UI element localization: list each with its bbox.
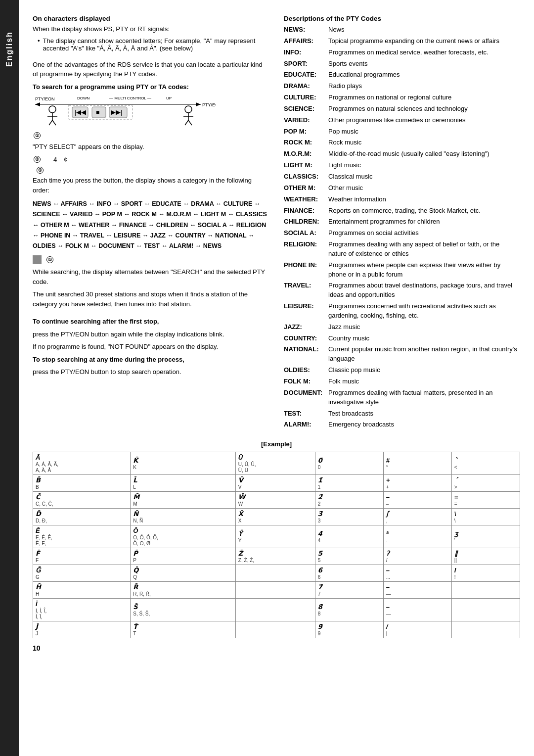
- char-cell: ‖||: [451, 548, 520, 565]
- pty-desc: Programmes on national or regional cultu…: [328, 92, 520, 103]
- char-cell: –—: [383, 599, 451, 621]
- char-cell: 8̄8: [315, 599, 383, 621]
- svg-point-15: [49, 106, 56, 113]
- main-content: On characters displayed When the display…: [19, 0, 534, 756]
- char-cell: 0̄0: [315, 452, 383, 475]
- char-cell: C̄C, Ć, Č,: [33, 492, 131, 509]
- char-table-row: C̄C, Ć, Č,M̄MW̄W2̄2––==: [33, 492, 520, 509]
- page-number: 10: [33, 644, 41, 652]
- svg-point-20: [185, 106, 192, 113]
- char-table-row: B̄BL̄LV̄V1̄1++ˊ>: [33, 475, 520, 492]
- pty-code-row: NATIONAL:Current popular music from anot…: [284, 344, 520, 365]
- pty-desc: Rock music: [328, 137, 520, 148]
- pty-code-row: INFO:Programmes on medical service, weat…: [284, 47, 520, 58]
- step3-para1: While searching, the display alternates …: [33, 267, 269, 286]
- search-heading: To search for a programme using PTY or T…: [33, 82, 269, 92]
- char-cell: K̄K: [131, 452, 236, 475]
- pty-code: DRAMA:: [284, 81, 328, 92]
- step2-num: 4: [53, 156, 57, 163]
- not-found-text: If no programme is found, "NOT FOUND" ap…: [33, 342, 269, 352]
- pty-desc: Programmes dealing with factual matters,…: [328, 387, 520, 408]
- characters-bullet: • The display cannot show accented lette…: [38, 37, 269, 52]
- char-cell: [451, 582, 520, 599]
- pty-code-row: DOCUMENT:Programmes dealing with factual…: [284, 387, 520, 408]
- pty-code: NEWS:: [284, 24, 328, 36]
- char-cell: X̄X: [235, 509, 315, 525]
- char-cell: [235, 621, 315, 638]
- step2-subnote: ①: [36, 166, 269, 174]
- pty-desc: Reports on commerce, trading, the Stock …: [328, 205, 520, 217]
- pty-desc: News: [328, 24, 520, 36]
- svg-text:UP: UP: [166, 96, 172, 100]
- pty-desc: Pop music: [328, 126, 520, 138]
- char-cell: ʃ,: [383, 509, 451, 525]
- char-cell: /|: [383, 621, 451, 638]
- gray-box-icon: [33, 255, 42, 264]
- pty-code-row: OTHER M:Other music: [284, 183, 520, 194]
- pty-code-row: ROCK M:Rock music: [284, 137, 520, 148]
- char-cell: 4̄4: [315, 525, 383, 548]
- pty-code: ROCK M:: [284, 137, 328, 148]
- char-cell: ʒ': [451, 525, 520, 548]
- char-cell: P̄P: [131, 548, 236, 565]
- sidebar: English: [0, 0, 19, 756]
- svg-line-23: [185, 120, 188, 125]
- char-cell: –—: [383, 582, 451, 599]
- pty-code: AFFAIRS:: [284, 36, 328, 47]
- svg-text:▶▶|: ▶▶|: [111, 108, 122, 116]
- continue-text: press the PTY/EON button again while the…: [33, 330, 269, 339]
- pty-code: EDUCATE:: [284, 69, 328, 81]
- char-table-row: ĪI, Í, Î,Ì, Ï,S̄S, Ś, Š,8̄8–—: [33, 599, 520, 621]
- pty-code-row: LIGHT M:Light music: [284, 160, 520, 171]
- char-cell: ḠG: [33, 565, 131, 582]
- pty-code-row: SPORT:Sports events: [284, 58, 520, 70]
- pty-code: SPORT:: [284, 58, 328, 70]
- diagram-area: PTY/EON PTY/EON DOWN — MULTI CONTROL —: [33, 94, 269, 128]
- char-cell: 3̄3: [315, 509, 383, 525]
- pty-code-row: SOCIAL A:Programmes on social activities: [284, 228, 520, 239]
- pty-code: RELIGION:: [284, 239, 328, 260]
- step3-line: ①: [33, 255, 269, 264]
- pty-code: JAZZ:: [284, 322, 328, 333]
- stop-text: press the PTY/EON button to stop search …: [33, 367, 269, 377]
- char-cell: T̄T: [131, 621, 236, 638]
- char-cell: 6̄6: [315, 565, 383, 582]
- svg-line-18: [49, 120, 52, 125]
- pty-code-row: AFFAIRS:Topical programme expanding on t…: [284, 36, 520, 47]
- char-cell: #*: [383, 452, 451, 475]
- pty-code-row: WEATHER:Weather information: [284, 194, 520, 205]
- svg-line-24: [188, 120, 192, 125]
- bullet-dot: •: [38, 37, 40, 52]
- svg-text:PTY/EON: PTY/EON: [35, 96, 55, 101]
- char-cell: [451, 621, 520, 638]
- pty-code-row: CLASSICS:Classical music: [284, 171, 520, 183]
- step3-circle: ①: [46, 256, 53, 263]
- char-table-row: D̄D, Ð,N̄N, ÑX̄X3̄3ʃ,\\: [33, 509, 520, 525]
- pty-code-row: OLDIES:Classic pop music: [284, 365, 520, 376]
- pty-desc: Jazz music: [328, 322, 520, 333]
- pty-code-row: TRAVEL:Programmes about travel destinati…: [284, 280, 520, 301]
- step1-circle: ①: [34, 132, 41, 139]
- char-cell: 5̄5: [315, 548, 383, 565]
- char-cell: 7̄7: [315, 582, 383, 599]
- pty-sequence: NEWS ↔ AFFAIRS ↔ INFO ↔ SPORT ↔ EDUCATE …: [33, 199, 269, 251]
- pty-code: LEISURE:: [284, 301, 328, 322]
- char-cell: I!: [451, 565, 520, 582]
- pty-codes-heading: Descriptions of the PTY Codes: [284, 15, 520, 22]
- pty-code: CLASSICS:: [284, 171, 328, 183]
- pty-code-row: LEISURE:Programmes concerned with recrea…: [284, 301, 520, 322]
- pty-code: SOCIAL A:: [284, 228, 328, 239]
- pty-desc: Emergency broadcasts: [328, 419, 520, 430]
- pty-code: TRAVEL:: [284, 280, 328, 301]
- pty-desc: Radio plays: [328, 81, 520, 92]
- example-section: [Example] ĀA, Á, Â, Ã,A, Ä, ÅK̄KŪU, Ú, Û…: [33, 440, 520, 638]
- pty-desc: Programmes on social activities: [328, 228, 520, 239]
- pty-desc: Educational programmes: [328, 69, 520, 81]
- char-cell: ŪU, Ú, Û,Ù, Ü: [235, 452, 315, 475]
- char-cell: 1̄1: [315, 475, 383, 492]
- pty-code-row: RELIGION:Programmes dealing with any asp…: [284, 239, 520, 260]
- char-cell: ʔ/: [383, 548, 451, 565]
- char-cell: ĪI, Í, Î,Ì, Ï,: [33, 599, 131, 621]
- char-cell: ==: [451, 492, 520, 509]
- pty-code-row: VARIED:Other programmes like comedies or…: [284, 115, 520, 126]
